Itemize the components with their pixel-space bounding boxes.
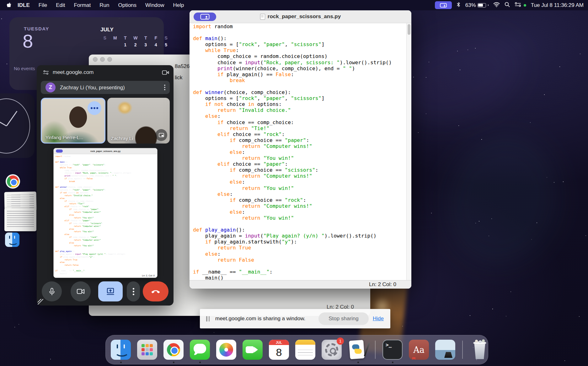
spotlight-search-icon[interactable] [505,2,510,9]
dictionary-glyph: Aa [409,340,429,360]
recording-indicator-dot [524,4,526,7]
code-line: if __name__ == "__main__": [55,269,157,272]
scrollbar[interactable] [406,23,411,280]
screen-sharing-indicator[interactable] [435,1,452,9]
wifi-icon[interactable] [493,2,500,9]
menu-item-file[interactable]: File [34,2,51,8]
tile-more-icon[interactable] [88,101,101,115]
dock-cal-day: 8 [269,345,289,360]
dock-item-calendar[interactable]: JUL8 [269,340,289,360]
resize-handle[interactable] [38,299,43,305]
menubar-clock[interactable]: Tue Jul 8 11:36:29 AM [531,2,584,8]
screen-share-badge[interactable] [194,13,216,21]
code-line: choice = input("Rock, paper, scissors: "… [55,172,157,175]
code-line: return True [193,245,406,251]
scrollbar-thumb[interactable] [408,24,410,35]
date-cell [110,42,120,47]
code-line: comp_choice = random.choice(options) [193,53,406,59]
terminal-icon: >_ [382,340,403,360]
finder-desktop-icon[interactable] [5,233,19,247]
dock-item-dictionary[interactable]: Aa [409,340,429,360]
present-button[interactable] [98,281,123,301]
pip-expand-icon[interactable] [155,129,167,141]
code-line: return "You win!" [193,155,406,161]
menu-item-format[interactable]: Format [69,2,95,8]
preview-code: import random def main(): options = ["ro… [54,154,157,275]
widget-month: JULY [100,27,114,33]
code-line: else: [55,197,157,200]
code-line: play_again = input("Play again? (y/n) ")… [55,253,157,256]
hang-up-button[interactable] [143,281,168,301]
more-options-icon[interactable] [164,85,165,90]
idle-titlebar[interactable]: rock_paper_scissors_ans.py [190,10,411,23]
dock-item-finder[interactable] [111,340,131,360]
preview-title: rock_paper_scissors_ans.py [90,150,120,152]
hide-link[interactable]: Hide [373,316,384,322]
window-text-fragment: lick [175,75,183,81]
code-line: import random [55,155,157,158]
control-center-icon[interactable] [515,2,521,8]
dock-item-photos[interactable] [216,340,236,360]
dock-item-facetime[interactable] [243,340,263,360]
code-line: options = ["rock", "paper", "scissors"] [193,95,406,101]
minimize-button[interactable] [100,57,105,62]
code-line: def play_again(): [55,250,157,253]
participant-name: Zachray Li [111,136,133,141]
idle-window[interactable]: rock_paper_scissors_ans.py import random… [190,10,411,289]
mini-month-grid: SMTWTFS12345 [100,35,171,47]
dock-item-python[interactable] [348,340,368,360]
dock-item-preview[interactable] [435,340,455,360]
code-editor[interactable]: import random def main(): options = ["ro… [193,24,406,280]
bluetooth-icon[interactable] [457,2,461,9]
close-button[interactable] [93,57,98,62]
code-line: return "You win!" [55,230,157,233]
video-tile-participant[interactable]: Yinfang Pierre-L... [41,98,105,144]
menu-item-app[interactable]: IDLE [13,2,34,8]
running-indicator [173,362,174,363]
date-cell: 4 [151,42,161,47]
camera-button[interactable] [71,281,91,301]
screenshot-thumbnail[interactable] [4,208,36,231]
code-line: return "Computer wins!" [55,211,157,214]
clock-widget[interactable] [0,93,35,158]
date-cell: 3 [141,42,151,47]
dock-item-messages[interactable] [190,340,210,360]
menu-item-window[interactable]: Window [141,2,168,8]
meet-window[interactable]: meet.google.com Z Zachray Li (You, prese… [37,65,174,306]
code-line: if comp_choice == "scissors": [193,167,406,173]
dock-item-notes[interactable] [295,340,315,360]
zoom-button[interactable] [107,57,112,62]
stop-sharing-button[interactable]: Stop sharing [318,312,369,325]
dock-item-settings[interactable]: 1 [322,340,342,360]
code-line [55,183,157,186]
widget-day: 8 [23,30,33,52]
tune-icon[interactable] [43,70,49,75]
apple-menu[interactable] [6,2,11,8]
dock-item-terminal[interactable]: >_ [382,340,403,360]
code-line: if play_again() == False: [193,71,406,77]
menu-item-run[interactable]: Run [95,2,114,8]
video-tile-self[interactable]: Zachray Li [107,98,170,144]
menu-item-edit[interactable]: Edit [51,2,69,8]
more-controls-button[interactable] [127,281,140,301]
dock-item-trash[interactable] [470,340,490,360]
menu-item-help[interactable]: Help [169,2,189,8]
dictionary-icon: Aa [409,340,429,360]
menu-item-options[interactable]: Options [114,2,141,8]
pause-icon[interactable] [206,316,210,322]
dock-item-chrome[interactable] [163,340,184,360]
mic-button[interactable] [42,281,62,301]
code-line: return "Computer wins!" [193,173,406,179]
presenter-bar[interactable]: Z Zachray Li (You, presenting) [41,81,170,94]
code-line: return "You win!" [55,244,157,247]
camera-status-icon[interactable] [162,70,169,75]
battery-indicator[interactable]: 63% [465,2,489,8]
running-indicator [120,362,122,363]
code-line: else: [193,191,406,197]
avatar: Z [45,82,56,92]
code-line: return "Computer wins!" [193,203,406,209]
chrome-desktop-icon[interactable] [6,174,20,189]
date-cell: 5 [161,42,171,47]
dock-item-launchpad[interactable] [137,340,157,360]
code-line [193,83,406,89]
